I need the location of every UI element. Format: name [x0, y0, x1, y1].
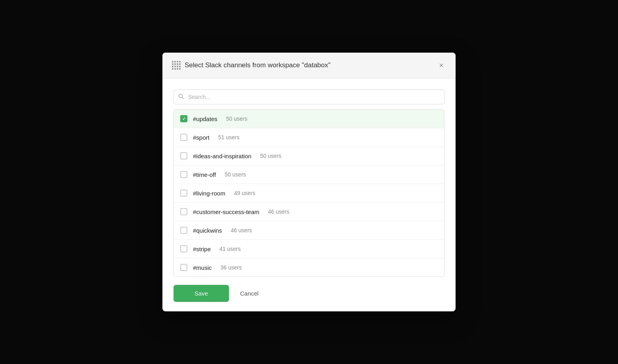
user-count: 50 users — [225, 171, 246, 178]
channel-checkbox[interactable] — [180, 115, 187, 122]
channel-name: #stripe — [193, 246, 211, 252]
modal-body: #updates50 users#sport51 users#ideas-and… — [162, 78, 456, 277]
channel-item[interactable]: #music36 users — [174, 258, 444, 277]
channel-name: #quickwins — [193, 227, 222, 234]
user-count: 46 users — [268, 209, 290, 215]
modal-header-left: Select Slack channels from workspace "da… — [172, 61, 330, 70]
search-input[interactable] — [174, 89, 444, 104]
svg-line-1 — [182, 97, 184, 99]
channel-item[interactable]: #updates50 users — [174, 110, 444, 128]
slack-icon — [172, 61, 181, 70]
modal-footer: Save Cancel — [162, 277, 456, 311]
search-container — [174, 89, 444, 104]
channel-item[interactable]: #living-room49 users — [174, 184, 444, 203]
cancel-button[interactable]: Cancel — [237, 285, 262, 302]
search-icon — [178, 94, 184, 100]
user-count: 49 users — [234, 190, 256, 196]
channel-name: #living-room — [193, 190, 225, 197]
channel-item[interactable]: #sport51 users — [174, 128, 444, 147]
user-count: 36 users — [221, 264, 242, 271]
channel-item[interactable]: #quickwins46 users — [174, 221, 444, 240]
close-button[interactable]: × — [437, 61, 446, 70]
channel-name: #music — [193, 264, 212, 271]
channel-name: #ideas-and-inspiration — [193, 153, 252, 159]
channel-checkbox[interactable] — [180, 134, 187, 141]
modal-overlay: Select Slack channels from workspace "da… — [0, 0, 618, 364]
channels-list: #updates50 users#sport51 users#ideas-and… — [174, 109, 444, 277]
user-count: 50 users — [226, 116, 248, 122]
channel-item[interactable]: #stripe41 users — [174, 240, 444, 258]
channel-checkbox[interactable] — [180, 208, 187, 215]
modal-title: Select Slack channels from workspace "da… — [185, 61, 330, 69]
user-count: 46 users — [231, 227, 252, 233]
channel-name: #time-off — [193, 171, 216, 178]
channel-checkbox[interactable] — [180, 245, 187, 252]
channel-name: #updates — [193, 116, 217, 122]
channel-checkbox[interactable] — [180, 171, 187, 178]
channel-checkbox[interactable] — [180, 152, 187, 159]
modal-dialog: Select Slack channels from workspace "da… — [162, 53, 456, 311]
user-count: 50 users — [260, 153, 282, 159]
channel-item[interactable]: #time-off50 users — [174, 165, 444, 184]
user-count: 41 users — [219, 246, 241, 252]
channel-checkbox[interactable] — [180, 264, 187, 271]
channel-name: #customer-success-team — [193, 209, 259, 215]
save-button[interactable]: Save — [174, 285, 229, 302]
channel-item[interactable]: #ideas-and-inspiration50 users — [174, 147, 444, 165]
channel-checkbox[interactable] — [180, 190, 187, 197]
modal-header: Select Slack channels from workspace "da… — [162, 53, 456, 78]
channel-item[interactable]: #customer-success-team46 users — [174, 203, 444, 221]
user-count: 51 users — [218, 134, 240, 140]
channel-checkbox[interactable] — [180, 227, 187, 234]
channel-name: #sport — [193, 134, 210, 141]
